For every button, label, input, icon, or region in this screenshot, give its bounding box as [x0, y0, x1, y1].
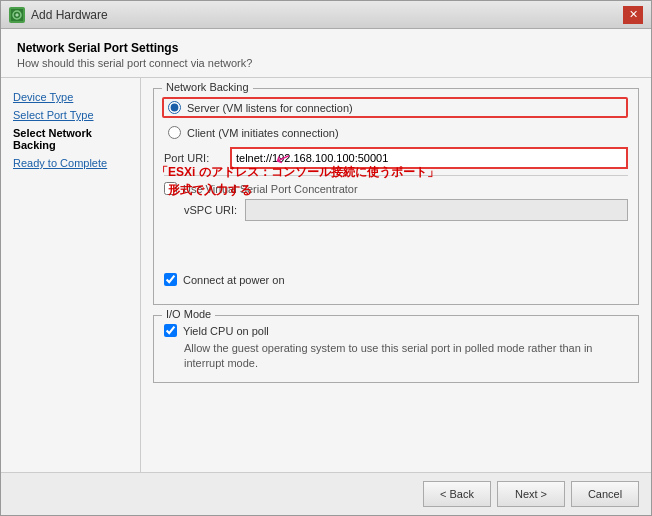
app-icon	[9, 7, 25, 23]
connect-power-label: Connect at power on	[183, 274, 285, 286]
header-section: Network Serial Port Settings How should …	[1, 29, 651, 78]
client-option-row: Client (VM initiates connection)	[164, 124, 628, 141]
window-title: Add Hardware	[31, 8, 108, 22]
sidebar-item-device-type[interactable]: Device Type	[13, 90, 128, 104]
content-area: Network Serial Port Settings How should …	[1, 29, 651, 472]
sidebar: Device Type Select Port Type Select Netw…	[1, 78, 141, 472]
sidebar-item-select-port-type[interactable]: Select Port Type	[13, 108, 128, 122]
annotation-box: ↙ 「ESXi のアドレス：コンソール接続に使うポート」 形式で入力する	[156, 163, 439, 199]
title-bar: Add Hardware ✕	[1, 1, 651, 29]
server-option-row: Server (VM listens for connection)	[162, 97, 628, 118]
io-mode-group: I/O Mode Yield CPU on poll Allow the gue…	[153, 315, 639, 383]
yield-cpu-label: Yield CPU on poll	[183, 325, 269, 337]
io-mode-description: Allow the guest operating system to use …	[184, 341, 628, 372]
title-bar-left: Add Hardware	[9, 7, 108, 23]
client-radio[interactable]	[168, 126, 181, 139]
connect-power-row: Connect at power on	[164, 273, 628, 286]
io-mode-title: I/O Mode	[162, 308, 215, 320]
add-hardware-window: Add Hardware ✕ Network Serial Port Setti…	[0, 0, 652, 516]
page-subtitle: How should this serial port connect via …	[17, 57, 635, 69]
network-backing-title: Network Backing	[162, 81, 253, 93]
server-radio[interactable]	[168, 101, 181, 114]
page-title: Network Serial Port Settings	[17, 41, 635, 55]
server-label: Server (VM listens for connection)	[187, 102, 353, 114]
next-button[interactable]: Next >	[497, 481, 565, 507]
yield-cpu-checkbox[interactable]	[164, 324, 177, 337]
close-button[interactable]: ✕	[623, 6, 643, 24]
sidebar-item-network-backing: Select Network Backing	[13, 126, 128, 152]
network-backing-group: Network Backing Server (VM listens for c…	[153, 88, 639, 305]
right-panel: Network Backing Server (VM listens for c…	[141, 78, 651, 472]
back-button[interactable]: < Back	[423, 481, 491, 507]
annotation-line2: 形式で入力する	[156, 181, 439, 199]
annotation-line1: 「ESXi のアドレス：コンソール接続に使うポート」	[156, 163, 439, 181]
vspc-uri-input	[245, 199, 628, 221]
main-content: Device Type Select Port Type Select Netw…	[1, 78, 651, 472]
sidebar-item-ready[interactable]: Ready to Complete	[13, 156, 128, 170]
client-label: Client (VM initiates connection)	[187, 127, 339, 139]
vspc-uri-label: vSPC URI:	[184, 204, 237, 216]
vspc-uri-row: vSPC URI:	[184, 199, 628, 221]
cancel-button[interactable]: Cancel	[571, 481, 639, 507]
footer: < Back Next > Cancel	[1, 472, 651, 515]
connect-power-checkbox[interactable]	[164, 273, 177, 286]
yield-cpu-row: Yield CPU on poll	[164, 324, 628, 337]
